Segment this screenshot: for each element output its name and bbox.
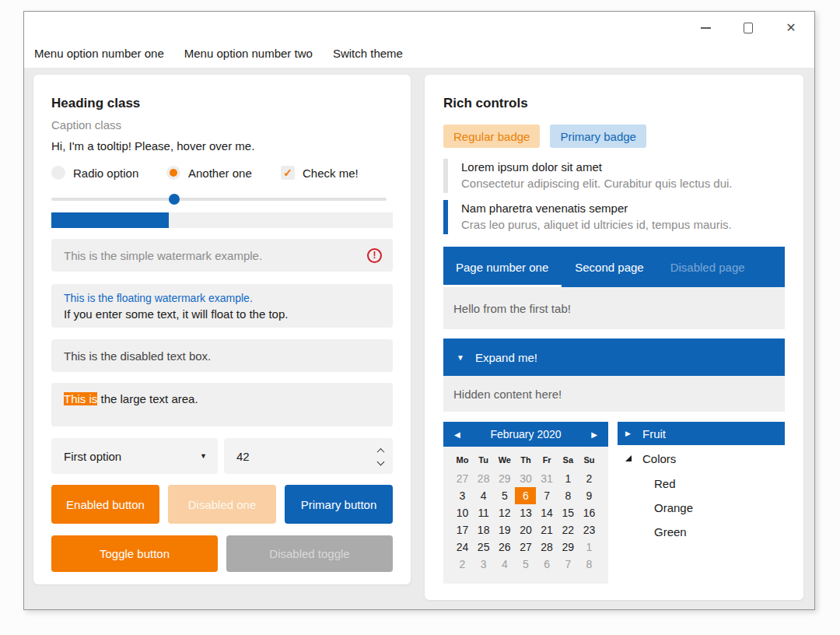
calendar-day[interactable]: 8: [558, 487, 579, 504]
calendar-day[interactable]: 27: [452, 470, 473, 487]
enabled-button[interactable]: Enabled button: [51, 485, 159, 524]
tree-item-green[interactable]: Green: [618, 520, 785, 544]
tree-item-red[interactable]: Red: [618, 472, 785, 496]
calendar-day[interactable]: 1: [579, 539, 600, 556]
list-item-selected[interactable]: Nam pharetra venenatis semper Cras leo p…: [443, 200, 785, 234]
radio-option-selected[interactable]: Another one: [166, 166, 281, 180]
calendar-day[interactable]: 16: [579, 504, 600, 521]
calendar-day[interactable]: 25: [473, 539, 494, 556]
calendar-day[interactable]: 11: [473, 504, 494, 521]
large-textarea[interactable]: This is the large text area.: [51, 383, 393, 426]
calendar-day[interactable]: 9: [579, 487, 600, 504]
calendar-day[interactable]: 3: [452, 487, 473, 504]
checkbox-check-me[interactable]: ✓ Check me!: [281, 166, 359, 180]
tree-expanded-icon[interactable]: [625, 455, 642, 461]
calendar-day[interactable]: 15: [558, 504, 579, 521]
calendar-day[interactable]: 18: [473, 521, 494, 539]
radio-option-unselected[interactable]: Radio option: [51, 166, 166, 180]
calendar-day[interactable]: 1: [558, 470, 579, 487]
calendar-day-name: Mo: [452, 454, 473, 467]
calendar-day[interactable]: 29: [558, 539, 579, 556]
combo-box[interactable]: First option ▼: [51, 438, 218, 474]
slider-thumb[interactable]: [169, 194, 180, 205]
calendar-day[interactable]: 4: [494, 556, 515, 573]
calendar-day[interactable]: 27: [515, 539, 536, 556]
calendar-day[interactable]: 10: [452, 504, 473, 521]
maximize-button[interactable]: [742, 21, 754, 35]
calendar-day[interactable]: 24: [452, 539, 473, 556]
primary-button[interactable]: Primary button: [285, 485, 393, 524]
expander-label: Expand me!: [475, 351, 537, 364]
expanded-triangle-icon: [625, 455, 632, 461]
calendar-day-selected[interactable]: 6: [515, 487, 536, 504]
tree-item-label: Red: [654, 477, 676, 490]
calendar-day[interactable]: 5: [515, 556, 536, 573]
tree-view: ▶FruitColorsRedOrangeGreen: [618, 422, 785, 584]
calendar-day[interactable]: 13: [515, 504, 536, 521]
expander: ▼ Expand me! Hidden content here!: [443, 339, 785, 412]
calendar-day[interactable]: 23: [579, 521, 600, 539]
tab-page-number-one[interactable]: Page number one: [443, 247, 562, 287]
tab-second-page[interactable]: Second page: [562, 247, 656, 287]
calendar-day[interactable]: 5: [494, 487, 515, 504]
menu-item-2[interactable]: Menu option number two: [174, 41, 323, 65]
spinner-up-icon[interactable]: [377, 447, 385, 455]
calendar-day[interactable]: 20: [515, 521, 536, 539]
disabled-textbox: This is the disabled text box.: [51, 339, 393, 372]
numeric-spinners: [378, 448, 383, 465]
close-button[interactable]: ✕: [785, 21, 797, 35]
tree-collapsed-icon[interactable]: ▶: [625, 430, 642, 437]
tree-item-orange[interactable]: Orange: [618, 496, 785, 520]
calendar-day[interactable]: 8: [579, 556, 600, 573]
calendar-day[interactable]: 22: [558, 521, 579, 539]
rich-controls-heading: Rich controls: [443, 95, 785, 112]
buttons-row: Enabled button Disabled one Primary butt…: [51, 485, 393, 524]
calendar-day[interactable]: 30: [515, 470, 536, 487]
calendar-day[interactable]: 12: [494, 504, 515, 521]
menu-item-3[interactable]: Switch theme: [323, 41, 413, 65]
calendar-day[interactable]: 4: [473, 487, 494, 504]
calendar-day[interactable]: 2: [579, 470, 600, 487]
tree-item-fruit[interactable]: ▶Fruit: [618, 422, 785, 445]
combo-value: First option: [64, 450, 121, 463]
calendar-day[interactable]: 14: [537, 504, 558, 521]
calendar-day[interactable]: 7: [537, 487, 558, 504]
minimize-button[interactable]: [699, 21, 712, 35]
calendar-day[interactable]: 31: [537, 470, 558, 487]
textarea-value: the large text area.: [97, 392, 198, 405]
calendar-day[interactable]: 7: [558, 556, 579, 573]
primary-badge: Primary badge: [550, 125, 646, 148]
expander-header[interactable]: ▼ Expand me!: [443, 339, 785, 376]
calendar-day[interactable]: 29: [494, 470, 515, 487]
calendar-day[interactable]: 2: [452, 556, 473, 573]
calendar-day-name: Tu: [473, 454, 494, 467]
menu-item-1[interactable]: Menu option number one: [24, 41, 174, 65]
calendar-next-button[interactable]: ▶: [586, 430, 597, 439]
radio-selected-icon: [166, 166, 180, 180]
simple-watermark-textbox[interactable]: This is the simple watermark example. !: [51, 239, 393, 272]
minimize-icon: [701, 27, 711, 29]
calendar-day[interactable]: 26: [494, 539, 515, 556]
list-item-selected-bar: [443, 200, 448, 234]
slider-track[interactable]: [51, 198, 387, 201]
calendar-day[interactable]: 28: [537, 539, 558, 556]
calendar-day[interactable]: 3: [473, 556, 494, 573]
spinner-down-icon[interactable]: [377, 458, 385, 465]
floating-watermark-textbox[interactable]: This is the floating watermark example. …: [51, 284, 393, 328]
calendar-day[interactable]: 6: [537, 556, 558, 573]
calendar-day[interactable]: 21: [537, 521, 558, 539]
calendar-day-name: Fr: [537, 454, 558, 467]
numeric-updown[interactable]: 42: [224, 438, 393, 474]
calendar-prev-button[interactable]: ◀: [454, 430, 465, 439]
list-item[interactable]: Lorem ipsum dolor sit amet Consectetur a…: [443, 159, 785, 193]
toggle-button[interactable]: Toggle button: [51, 535, 218, 572]
calendar-day-name: Sa: [558, 454, 579, 467]
calendar-day[interactable]: 28: [473, 470, 494, 487]
slider[interactable]: [51, 194, 393, 205]
calendar-day[interactable]: 19: [494, 521, 515, 539]
calendar-day-name: Th: [515, 454, 536, 467]
calendar-day[interactable]: 17: [452, 521, 473, 539]
tab-bar: Page number one Second page Disabled pag…: [443, 247, 785, 287]
calendar-title[interactable]: February 2020: [465, 428, 586, 440]
tree-item-colors[interactable]: Colors: [618, 447, 785, 470]
